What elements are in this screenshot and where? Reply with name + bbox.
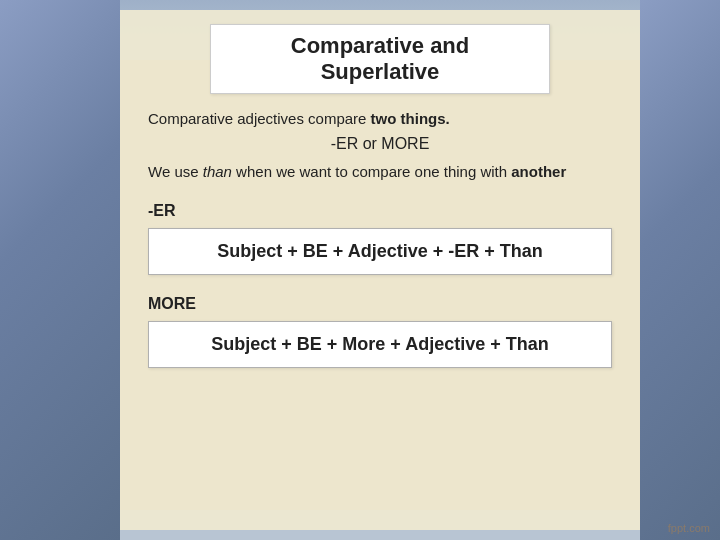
usage-mid: when we want to compare one thing with [232, 163, 511, 180]
er-or-more-label: -ER or MORE [144, 135, 616, 153]
er-label: -ER [148, 202, 616, 220]
title-box: Comparative and Superlative [210, 24, 550, 94]
usage-text: We use than when we want to compare one … [148, 163, 616, 180]
main-content: Comparative and Superlative Comparative … [120, 10, 640, 530]
watermark: fppt.com [668, 522, 710, 534]
bg-left-panel [0, 0, 120, 540]
another-bold: another [511, 163, 566, 180]
more-section: MORE Subject + BE + More + Adjective + T… [144, 295, 616, 368]
intro-line1: Comparative adjectives compare two thing… [148, 110, 616, 127]
er-formula: Subject + BE + Adjective + -ER + Than [148, 228, 612, 275]
than-italic: than [203, 163, 232, 180]
bg-right-panel [640, 0, 720, 540]
more-formula: Subject + BE + More + Adjective + Than [148, 321, 612, 368]
usage-start: We use [148, 163, 203, 180]
more-label: MORE [148, 295, 616, 313]
intro-line1-bold: two things. [371, 110, 450, 127]
page-title: Comparative and Superlative [291, 33, 470, 84]
intro-line1-start: Comparative adjectives compare [148, 110, 371, 127]
